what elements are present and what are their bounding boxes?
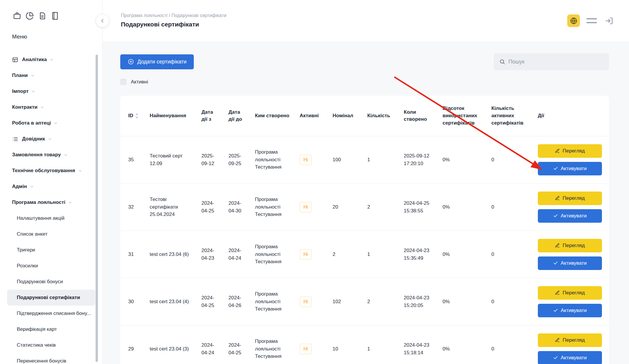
column-header[interactable]: ID (120, 96, 145, 136)
cell-name: test cert 23.04 (3) (145, 325, 197, 364)
language-button[interactable] (567, 14, 580, 27)
table-row: 29test cert 23.04 (3)2024-04-242024-04-2… (120, 325, 609, 364)
cell-id: 32 (120, 183, 145, 231)
cell-quantity: 1 (363, 136, 399, 183)
sidebar-subitem[interactable]: Подарункові бонуси (7, 274, 95, 290)
column-header: Кількість активних сертифікатів (487, 96, 533, 136)
sidebar-item[interactable]: Технічне обслуговування (0, 163, 102, 179)
sidebar-item-label: Довідник (22, 136, 45, 142)
cell-name: test cert 23.04 (4) (145, 278, 197, 325)
column-header: Ким створено (250, 96, 295, 136)
activate-button[interactable]: Активувати (538, 256, 602, 270)
sidebar-item[interactable]: Робота в аптеці (0, 115, 102, 131)
sidebar-item[interactable]: Імпорт (0, 83, 102, 99)
table-row: 32Тестові сертифікати 25.04.20242024-04-… (120, 183, 609, 231)
activate-button-label: Активувати (561, 308, 587, 313)
cell-id: 35 (120, 136, 145, 183)
cell-created-by: Програма лояльності Тестування (250, 183, 295, 231)
active-badge: Ні (300, 202, 312, 212)
activate-button-label: Активувати (561, 213, 587, 219)
sort-icon[interactable] (135, 113, 139, 118)
book-icon[interactable] (51, 12, 59, 20)
sidebar-item[interactable]: Плани (0, 68, 102, 83)
table-header-row: IDНайменуванняДата дії зДата дії доКим с… (120, 96, 609, 136)
cell-date-from: 2024-04-23 (197, 231, 224, 278)
pencil-icon (555, 290, 560, 295)
view-button-label: Перегляд (563, 337, 585, 343)
cell-created-at: 2024-04-23 15:20:05 (399, 278, 438, 325)
cell-active-certs: 0 (487, 231, 533, 278)
check-icon (553, 355, 558, 360)
sidebar-item[interactable]: Аналітика (0, 52, 102, 68)
sidebar-subitem[interactable]: Список анкет (7, 226, 95, 242)
document-icon[interactable] (38, 12, 46, 20)
view-button[interactable]: Перегляд (538, 286, 602, 300)
view-button[interactable]: Перегляд (538, 144, 602, 158)
hamburger-menu-button[interactable] (586, 14, 597, 27)
sidebar-item[interactable]: Програма лояльності (0, 194, 102, 210)
page-title: Подарункові сертифікати (121, 21, 629, 28)
sidebar-item[interactable]: Довідник (0, 131, 102, 147)
activate-button[interactable]: Активувати (538, 351, 602, 364)
activate-button[interactable]: Активувати (538, 162, 602, 175)
cell-active-certs: 0 (487, 183, 533, 231)
active-badge: Ні (300, 249, 312, 260)
cell-actions: ПереглядАктивувати (533, 136, 609, 183)
sidebar-subitem[interactable]: Налаштування акцій (7, 210, 95, 226)
cell-active-certs: 0 (487, 278, 533, 325)
chevron-down-icon (30, 73, 35, 78)
activate-button[interactable]: Активувати (538, 209, 602, 223)
sidebar-item-label: Робота в аптеці (12, 120, 51, 126)
table-row: 30test cert 23.04 (4)2024-04-252024-04-2… (120, 278, 609, 325)
search-input[interactable] (508, 59, 603, 65)
sidebar-subitem[interactable]: Статистика чеків (7, 337, 95, 353)
sidebar-subitem[interactable]: Тригери (7, 242, 95, 258)
cell-date-from: 2024-04-25 (197, 183, 224, 231)
briefcase-icon[interactable] (13, 12, 21, 20)
chevron-down-icon (31, 89, 36, 94)
sidebar-item[interactable]: Контракти (0, 99, 102, 115)
logout-button[interactable] (603, 15, 615, 27)
breadcrumb: Програма лояльності / Подарункові сертиф… (121, 13, 629, 18)
pencil-icon (555, 243, 560, 248)
menu-title: Меню (0, 20, 102, 40)
search-icon (499, 59, 505, 65)
cell-used-percent: 0% (438, 231, 487, 278)
certificates-table: IDНайменуванняДата дії зДата дії доКим с… (120, 96, 609, 364)
view-button[interactable]: Перегляд (538, 192, 602, 205)
cell-actions: ПереглядАктивувати (533, 231, 609, 278)
chevron-down-icon (54, 121, 58, 125)
column-header: Дата дії до (224, 96, 250, 136)
sidebar-subitem[interactable]: Верифікація карт (7, 321, 95, 337)
view-button[interactable]: Перегляд (538, 333, 602, 347)
chevron-down-icon (64, 153, 68, 157)
chevron-down-icon (78, 169, 82, 173)
collapse-sidebar-button[interactable] (96, 14, 109, 27)
list-icon (12, 136, 18, 142)
cell-nominal: 100 (328, 136, 363, 183)
sidebar-item[interactable]: Замовлення товару (0, 147, 102, 163)
cell-created-at: 2024-04-23 15:18:14 (399, 325, 438, 364)
active-filter-checkbox[interactable] (120, 79, 126, 85)
sidebar-subitem[interactable]: Подарункові сертифікати (7, 290, 95, 306)
pencil-icon (555, 148, 560, 153)
cell-active: Ні (295, 231, 328, 278)
add-certificates-button[interactable]: Додати сертифікати (120, 54, 194, 69)
cell-date-from: 2024-04-24 (197, 325, 224, 364)
hamburger-icon (586, 18, 597, 19)
sidebar-scrollbar[interactable] (96, 55, 98, 362)
chevron-down-icon (48, 137, 52, 141)
top-actions (567, 14, 615, 27)
plus-circle-icon (128, 58, 134, 65)
sidebar-item-label: Технічне обслуговування (12, 168, 75, 174)
cell-name: Тестові сертифікати 25.04.2024 (145, 183, 197, 231)
sidebar-item[interactable]: Адмін (0, 179, 102, 194)
cell-date-to: 2024-04-26 (224, 278, 250, 325)
view-button[interactable]: Перегляд (538, 239, 602, 252)
active-badge: Ні (300, 296, 312, 307)
sidebar-subitem[interactable]: Перенесення бонусів (7, 353, 95, 364)
pie-chart-icon[interactable] (26, 12, 34, 20)
activate-button[interactable]: Активувати (538, 304, 602, 317)
sidebar-subitem[interactable]: Підтвердження списання бону... (7, 306, 95, 321)
sidebar-subitem[interactable]: Розсилки (7, 258, 95, 274)
